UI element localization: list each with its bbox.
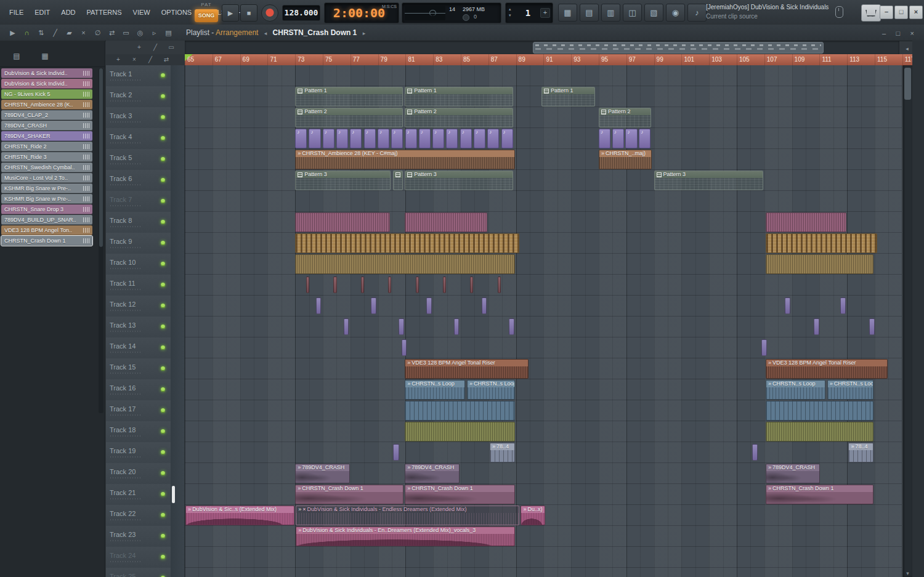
new-pattern-button[interactable]: + — [540, 8, 550, 18]
track-led[interactable] — [161, 450, 165, 454]
preview-tool[interactable]: ▹ — [148, 26, 161, 39]
track-header[interactable]: Track 13 — [106, 317, 171, 338]
track-header[interactable]: Track 16 — [106, 379, 171, 401]
pattern-clip[interactable] — [393, 171, 403, 190]
menu-item-edit[interactable]: EDIT — [29, 9, 55, 16]
audio-clip[interactable]: »78..4 — [848, 443, 873, 462]
midi-clip[interactable]: ♪ — [350, 129, 362, 148]
midi-clip[interactable]: ♪ — [364, 129, 376, 148]
picker-item[interactable]: CHRSTN_Swedish Cymbal.. — [1, 163, 92, 172]
monitor-knob[interactable] — [463, 14, 469, 21]
track-header[interactable]: Track 18 — [106, 421, 171, 443]
audio-clip[interactable]: » — [405, 212, 487, 232]
picker-item[interactable]: 789DV4_CRASH — [1, 121, 92, 131]
mini-clip[interactable] — [344, 318, 349, 335]
add-marker-button[interactable]: + — [112, 54, 124, 65]
track-header[interactable]: Track 1 — [106, 65, 171, 87]
pat-mode-label[interactable]: PAT — [195, 2, 218, 7]
playlist-maximize-button[interactable]: □ — [892, 30, 904, 37]
midi-clip[interactable]: ♪ — [612, 129, 624, 148]
mini-clip[interactable] — [371, 297, 376, 314]
audio-clip[interactable]: » — [766, 254, 873, 274]
crosshair-button[interactable]: + — [133, 41, 145, 54]
audio-clip[interactable]: »VDE3 128 BPM Angel Tonal Riser — [405, 359, 529, 379]
picker-plugins-tab[interactable]: ▦ — [38, 50, 52, 62]
minimize-button[interactable]: – — [880, 6, 893, 19]
track-led[interactable] — [161, 429, 165, 434]
playlist-grid[interactable]: Pattern 1Pattern 1Pattern 1Pattern 2Patt… — [185, 65, 902, 577]
close-button[interactable]: × — [909, 6, 923, 19]
audio-clip[interactable]: »DubVision & Sick Individuals - En..Drea… — [296, 527, 515, 546]
audio-clip[interactable]: »VDE3 128 BPM Angel Tonal Riser — [766, 359, 888, 379]
mini-clip[interactable] — [443, 276, 446, 293]
picker-item[interactable]: CHRSTN_Ride 2 — [1, 142, 92, 151]
track-led[interactable] — [161, 534, 165, 538]
scroll-down-button[interactable]: ▾ — [903, 570, 912, 576]
track-led[interactable] — [161, 325, 165, 329]
audio-clip[interactable]: » — [405, 401, 515, 421]
audio-clip[interactable]: »CHRSTN..s Loop — [766, 380, 825, 400]
track-header[interactable]: Track 10 — [106, 254, 171, 275]
track-led[interactable] — [161, 262, 165, 266]
pattern-clip[interactable]: Pattern 2 — [405, 108, 513, 127]
mini-clip[interactable] — [482, 297, 487, 314]
track-header[interactable]: Track 3 — [106, 107, 171, 129]
shape-button[interactable]: ▭ — [165, 41, 177, 54]
channel-rack-button[interactable]: ▤ — [580, 4, 599, 22]
stretch-button[interactable]: ⇄ — [160, 54, 172, 65]
midi-clip[interactable]: ♪ — [487, 129, 499, 148]
timeline-ruler[interactable]: 6567697173757779818385878991939597991011… — [185, 54, 913, 66]
pattern-clip[interactable]: Pattern 1 — [541, 87, 595, 107]
midi-clip[interactable]: ♪ — [336, 129, 348, 148]
mini-clip[interactable] — [869, 318, 875, 335]
pattern-up-icon[interactable]: ▴ — [509, 7, 511, 12]
pencil-button[interactable]: ╱ — [149, 41, 161, 54]
audio-clip[interactable]: »CHRSTN_Ambience 28 (KEY - C#maj) — [295, 150, 515, 169]
picker-item[interactable]: CHRSTN_Snare Drop 3 — [1, 204, 92, 214]
track-led[interactable] — [161, 178, 165, 182]
track-header[interactable]: Track 9 — [106, 233, 171, 254]
track-led[interactable] — [161, 345, 165, 350]
audio-clip[interactable]: »Du..x) — [521, 506, 545, 525]
picker-item[interactable]: 789DV4_BUILD_UP_SNAR.. — [1, 215, 92, 225]
audio-clip[interactable]: » — [766, 401, 873, 421]
audio-clip[interactable]: » — [295, 233, 519, 253]
track-led[interactable] — [161, 555, 165, 559]
audio-clip[interactable]: »CHRSTN_..maj) — [599, 150, 652, 169]
midi-clip[interactable]: ♪ — [391, 129, 403, 148]
record-button[interactable] — [261, 4, 278, 22]
mini-clip[interactable] — [393, 444, 399, 461]
midi-clip[interactable]: ♪ — [432, 129, 444, 148]
track-header[interactable]: Track 8 — [106, 212, 171, 233]
menu-item-options[interactable]: OPTIONS — [156, 9, 198, 16]
picker-item[interactable]: 789DV4_SHAKER — [1, 131, 92, 141]
audio-clip[interactable]: »×DubVision & Sick Individuals - Endless… — [296, 506, 519, 525]
audio-clip[interactable]: »78..4 — [490, 443, 515, 462]
pattern-clip[interactable]: Pattern 2 — [599, 108, 651, 127]
pattern-down-icon[interactable]: ▾ — [509, 13, 511, 18]
maximize-button[interactable]: □ — [894, 6, 908, 19]
tempo-display[interactable]: 128.000 — [282, 5, 320, 21]
picker-item[interactable]: KSHMR Big Snare w Pre-.. — [1, 194, 92, 204]
picker-item[interactable]: CHRSTN_Crash Down 1 — [1, 236, 92, 246]
track-header[interactable]: Track 21 — [106, 484, 171, 506]
track-header[interactable]: Track 2 — [106, 86, 171, 108]
selected-track-marker[interactable] — [172, 486, 175, 503]
midi-clip[interactable]: ♪ — [323, 129, 334, 148]
midi-clip[interactable]: ♪ — [378, 129, 389, 148]
audio-clip[interactable]: »CHRSTN_Crash Down 1 — [405, 485, 515, 504]
picker-toggle-tool[interactable]: ▤ — [162, 26, 175, 39]
pattern-clip[interactable]: Pattern 3 — [295, 171, 391, 190]
track-header[interactable]: Track 24 — [106, 547, 171, 568]
mini-clip[interactable] — [361, 276, 364, 293]
track-led[interactable] — [161, 492, 165, 496]
playlist-button[interactable]: ◫ — [623, 4, 642, 22]
track-header[interactable]: Track 12 — [106, 296, 171, 317]
mini-clip[interactable] — [814, 318, 819, 335]
audio-clip[interactable]: »789DV4_CRASH — [295, 464, 350, 483]
track-led[interactable] — [161, 94, 165, 99]
draw-button[interactable]: ╱ — [144, 54, 156, 65]
slide-tool[interactable]: ⇅ — [34, 26, 47, 39]
mixer-button[interactable]: ▥ — [601, 4, 620, 22]
track-led[interactable] — [161, 136, 165, 140]
